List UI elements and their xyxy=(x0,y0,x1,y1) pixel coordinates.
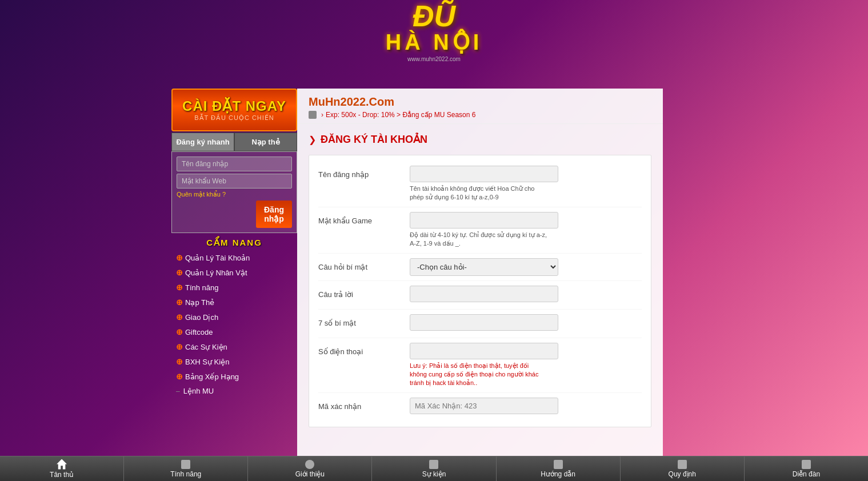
install-banner[interactable]: CÀI ĐẶT NGAY BẮT ĐẦU CUỘC CHIẾN xyxy=(171,89,297,131)
breadcrumb: › Exp: 500x - Drop: 10% > Đẳng cấp MU Se… xyxy=(309,111,651,119)
plus-icon-8: ⊕ xyxy=(176,357,183,366)
nav-guide-label: Hướng dẫn xyxy=(541,470,575,478)
forgot-password-link[interactable]: Quên mật khẩu ? xyxy=(177,191,292,198)
logo-url: www.muhn2022.com xyxy=(386,56,482,62)
nav-features-label: Tính năng xyxy=(170,470,201,478)
form-row-captcha: Mã xác nhận xyxy=(318,393,642,421)
dash-icon: – xyxy=(176,387,180,395)
breadcrumb-text: › xyxy=(321,111,323,119)
home-breadcrumb-icon[interactable] xyxy=(309,111,317,119)
install-title: CÀI ĐẶT NGAY xyxy=(178,98,290,114)
sidebar-item-ranking[interactable]: ⊕ Bảng Xếp Hạng xyxy=(171,369,297,384)
sidebar-item-account[interactable]: ⊕ Quản Lý Tài Khoản xyxy=(171,250,297,265)
forum-icon xyxy=(802,460,811,469)
nav-events-label: Sự kiện xyxy=(422,470,446,478)
plus-icon-7: ⊕ xyxy=(176,342,183,351)
plus-icon-9: ⊕ xyxy=(176,372,183,381)
secret-number-input[interactable] xyxy=(410,314,558,331)
sidebar-menu: ⊕ Quản Lý Tài Khoản ⊕ Quản Lý Nhân Vật ⊕… xyxy=(171,250,297,398)
nav-item-intro[interactable]: Giới thiệu xyxy=(248,456,372,481)
captcha-control xyxy=(410,398,642,416)
nav-forum-label: Diễn đàn xyxy=(793,470,820,478)
sidebar-item-recharge[interactable]: ⊕ Nạp Thẻ xyxy=(171,295,297,310)
secret-answer-label: Câu trả lời xyxy=(318,286,410,299)
guide-icon xyxy=(554,460,563,469)
login-box: Quên mật khẩu ? Đăngnhập xyxy=(171,151,297,233)
logo-area: ĐŨ HÀ NỘI www.muhn2022.com xyxy=(386,3,482,62)
section-arrow-icon: ❯ xyxy=(309,134,316,145)
sidebar-item-features[interactable]: ⊕ Tính năng xyxy=(171,280,297,295)
form-row-game-password: Mật khẩu Game Độ dài từ 4-10 ký tự. Chỉ … xyxy=(318,207,642,254)
rules-icon xyxy=(678,460,687,469)
password-input[interactable] xyxy=(177,174,292,189)
feature-icon xyxy=(181,460,190,469)
sidebar-item-giftcode[interactable]: ⊕ Giftcode xyxy=(171,324,297,339)
secret-number-label: 7 số bí mật xyxy=(318,314,410,327)
plus-icon-5: ⊕ xyxy=(176,312,183,322)
bottom-nav: Tân thủ Tính năng Giới thiệu Sự kiện Hướ… xyxy=(0,456,868,481)
nav-intro-label: Giới thiệu xyxy=(295,470,325,478)
info-icon xyxy=(305,460,314,469)
plus-icon-6: ⊕ xyxy=(176,327,183,336)
username-hint: Tên tài khoản không được viết Hoa Chữ ch… xyxy=(410,185,547,202)
secret-question-select[interactable]: -Chọn câu hỏi- xyxy=(410,258,558,276)
breadcrumb-detail: Exp: 500x - Drop: 10% > Đẳng cấp MU Seas… xyxy=(326,111,475,119)
phone-warning: Lưu ý: Phải là số điện thoại thật, tuyệt… xyxy=(410,362,547,388)
game-password-hint: Độ dài từ 4-10 ký tự. Chỉ được sử dụng k… xyxy=(410,231,547,248)
section-header: ❯ ĐĂNG KÝ TÀI KHOẢN xyxy=(309,133,651,146)
logo-hanoi: HÀ NỘI xyxy=(386,30,482,55)
main-content: MuHn2022.Com › Exp: 500x - Drop: 10% > Đ… xyxy=(297,89,663,481)
section-title: ĐĂNG KÝ TÀI KHOẢN xyxy=(321,133,427,146)
event-icon xyxy=(429,460,438,469)
plus-icon-4: ⊕ xyxy=(176,298,183,307)
game-password-label: Mật khẩu Game xyxy=(318,212,410,225)
register-username-input[interactable] xyxy=(410,166,558,182)
nav-item-features[interactable]: Tính năng xyxy=(124,456,248,481)
phone-control: Lưu ý: Phải là số điện thoại thật, tuyệt… xyxy=(410,343,642,388)
breadcrumb-bar: MuHn2022.Com › Exp: 500x - Drop: 10% > Đ… xyxy=(297,89,663,124)
form-row-secret-number: 7 số bí mật xyxy=(318,310,642,338)
sidebar-item-character[interactable]: ⊕ Quản Lý Nhân Vật xyxy=(171,265,297,280)
nav-item-rules[interactable]: Quy định xyxy=(621,456,745,481)
registration-form: Tên đăng nhập Tên tài khoản không được v… xyxy=(309,155,651,427)
home-icon xyxy=(57,459,67,470)
nav-item-forum[interactable]: Diễn đàn xyxy=(745,456,868,481)
nav-item-guide[interactable]: Hướng dẫn xyxy=(497,456,621,481)
sidebar-item-trade[interactable]: ⊕ Giao Dịch xyxy=(171,310,297,324)
form-row-answer: Câu trả lời xyxy=(318,281,642,310)
content-body: ❯ ĐĂNG KÝ TÀI KHOẢN Tên đăng nhập Tên tà… xyxy=(297,124,663,436)
form-row-username: Tên đăng nhập Tên tài khoản không được v… xyxy=(318,161,642,207)
nav-rules-label: Quy định xyxy=(669,470,696,478)
secret-question-label: Câu hỏi bí mật xyxy=(318,258,410,271)
install-subtitle: BẮT ĐẦU CUỘC CHIẾN xyxy=(178,114,290,122)
plus-icon-2: ⊕ xyxy=(176,268,183,277)
game-password-control: Độ dài từ 4-10 ký tự. Chỉ được sử dụng k… xyxy=(410,212,642,248)
username-control: Tên tài khoản không được viết Hoa Chữ ch… xyxy=(410,166,642,202)
plus-icon-3: ⊕ xyxy=(176,283,183,292)
sidebar-section-title: CẨM NANG xyxy=(171,233,297,250)
secret-number-control xyxy=(410,314,642,333)
form-row-secret-question: Câu hỏi bí mật -Chọn câu hỏi- xyxy=(318,254,642,281)
sidebar-item-event-ranking[interactable]: ⊕ BXH Sự Kiện xyxy=(171,354,297,369)
phone-label: Số điện thoại xyxy=(318,343,410,356)
secret-question-control: -Chọn câu hỏi- xyxy=(410,258,642,276)
nav-home-label: Tân thủ xyxy=(50,471,74,479)
sidebar-tabs: Đăng ký nhanh Nạp thẻ xyxy=(171,133,297,151)
nav-item-events[interactable]: Sự kiện xyxy=(372,456,496,481)
tab-recharge[interactable]: Nạp thẻ xyxy=(234,133,297,151)
nav-item-home[interactable]: Tân thủ xyxy=(0,456,124,481)
username-label: Tên đăng nhập xyxy=(318,166,410,179)
sidebar-item-events[interactable]: ⊕ Các Sự Kiện xyxy=(171,339,297,354)
register-game-password-input[interactable] xyxy=(410,212,558,229)
secret-answer-input[interactable] xyxy=(410,286,558,302)
sidebar-item-mu-commands[interactable]: – Lệnh MU xyxy=(171,384,297,398)
secret-answer-control xyxy=(410,286,642,304)
username-input[interactable] xyxy=(177,157,292,171)
captcha-label: Mã xác nhận xyxy=(318,398,410,411)
captcha-input[interactable] xyxy=(410,398,558,414)
login-button[interactable]: Đăngnhập xyxy=(256,201,292,228)
tab-register[interactable]: Đăng ký nhanh xyxy=(171,133,234,151)
phone-input[interactable] xyxy=(410,343,558,359)
plus-icon-1: ⊕ xyxy=(176,253,183,262)
sidebar: CÀI ĐẶT NGAY BẮT ĐẦU CUỘC CHIẾN Đăng ký … xyxy=(171,89,297,481)
